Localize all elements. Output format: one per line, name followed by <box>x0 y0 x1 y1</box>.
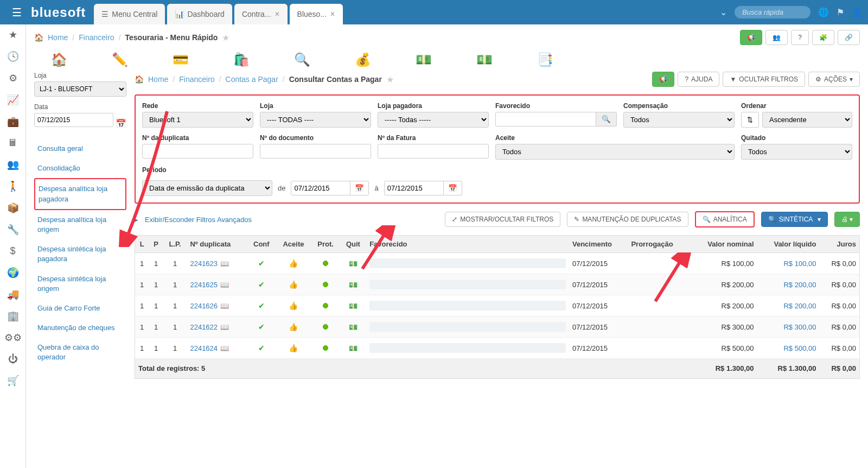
cogs-icon[interactable]: ⚙⚙ <box>4 332 22 344</box>
wrench-icon[interactable]: 🔧 <box>7 224 19 236</box>
tab-contra[interactable]: Contra... ✕ <box>234 4 288 24</box>
sidebar-link[interactable]: Guia de Carro Forte <box>34 299 126 318</box>
table-row[interactable]: 1112241625 📖✔👍💵07/12/2015R$ 200,00R$ 200… <box>135 274 859 295</box>
mostrar-ocultar-button[interactable]: ⤢ MOSTRAR/OCULTAR FILTROS <box>445 212 560 227</box>
periodo-select[interactable]: Data de emissão da duplicata <box>142 180 272 196</box>
data-input[interactable] <box>34 113 113 127</box>
duplicata-link[interactable]: 2241623 <box>190 260 218 268</box>
nfat-input[interactable] <box>378 144 489 159</box>
book-icon[interactable]: 📖 <box>220 281 229 289</box>
ord-select[interactable]: Ascendente <box>762 112 852 128</box>
bag-icon[interactable]: 🛍️ <box>233 53 250 66</box>
th-ndup[interactable]: Nº duplicata <box>187 236 247 253</box>
link-button[interactable]: 🔗 <box>838 30 860 45</box>
briefcase-icon[interactable]: 💼 <box>7 116 19 128</box>
sidebar-link[interactable]: Despesa sintética loja pagadora <box>34 239 126 269</box>
duplicata-link[interactable]: 2241625 <box>190 281 218 289</box>
cell-vliq[interactable]: R$ 300,00 <box>757 317 820 338</box>
favorite-icon[interactable]: ★ <box>222 33 229 43</box>
globe2-icon[interactable]: 🌍 <box>7 267 19 279</box>
analitica-button[interactable]: 🔍 ANALÍTICA <box>695 211 755 227</box>
sidebar-link[interactable]: Consulta geral <box>34 139 126 159</box>
globe-icon[interactable]: 🌐 <box>818 7 829 17</box>
cash2-icon[interactable]: 💵 <box>476 53 493 66</box>
bc-financeiro[interactable]: Financeiro <box>79 33 114 42</box>
book-icon[interactable]: 📖 <box>220 344 229 352</box>
date-from-input[interactable] <box>291 181 350 195</box>
plugin-button[interactable]: 🧩 <box>812 30 834 45</box>
duplicata-link[interactable]: 2241626 <box>190 302 218 310</box>
date-to-input[interactable] <box>384 181 444 195</box>
th-venc[interactable]: Vencimento <box>569 236 628 253</box>
boxes-icon[interactable]: 📦 <box>7 202 19 214</box>
table-row[interactable]: 1112241622 📖✔👍💵07/12/2015R$ 300,00R$ 300… <box>135 317 859 338</box>
calculator-icon[interactable]: 🖩 <box>8 137 18 149</box>
comp-select[interactable]: Todos <box>623 112 735 128</box>
sort-button[interactable]: ⇅ <box>741 112 759 128</box>
cart-icon[interactable]: 🛒 <box>7 375 19 387</box>
ajuda-button[interactable]: ? AJUDA <box>678 72 719 87</box>
quit-select[interactable]: Todos <box>741 144 852 160</box>
sidebar-link[interactable]: Despesa analítica loja origem <box>34 210 126 239</box>
cash-icon[interactable]: 💵 <box>415 53 432 66</box>
th-pror[interactable]: Prorrogação <box>628 236 690 253</box>
truck-icon[interactable]: 🚚 <box>7 288 19 300</box>
menu-toggle-icon[interactable]: ☰ <box>5 6 28 19</box>
table-row[interactable]: 1112241623 📖✔👍💵07/12/2015R$ 100,00R$ 100… <box>135 253 859 274</box>
quick-search-input[interactable] <box>735 6 810 18</box>
gear-icon[interactable]: ⚙ <box>9 72 17 84</box>
book-icon[interactable]: 📖 <box>220 323 229 331</box>
tab-dashboard[interactable]: 📊 Dashboard <box>167 4 232 24</box>
calendar-icon[interactable]: 📅 <box>350 181 369 195</box>
power-icon[interactable]: ⏻ <box>8 353 18 365</box>
users-icon[interactable]: 👥 <box>7 159 19 170</box>
help-top-button[interactable]: ? <box>791 30 809 45</box>
duplicata-link[interactable]: 2241624 <box>190 344 218 352</box>
book-icon[interactable]: 📖 <box>220 260 229 268</box>
th-fav[interactable]: Favorecido <box>366 236 569 253</box>
th-juros[interactable]: Juros <box>819 236 859 253</box>
line-chart-icon[interactable]: 📈 <box>7 94 19 106</box>
th-l[interactable]: L <box>135 236 149 253</box>
dollar-icon[interactable]: $ <box>10 245 15 257</box>
th-vliq[interactable]: Valor líquido <box>757 236 820 253</box>
close-icon[interactable]: ✕ <box>275 10 280 18</box>
th-conf[interactable]: Conf <box>247 236 276 253</box>
ocultar-filtros-button[interactable]: ▼ OCULTAR FILTROS <box>723 72 805 87</box>
th-prot[interactable]: Prot. <box>311 236 340 253</box>
manutencao-button[interactable]: ✎ MANUTENÇÃO DE DUPLICATAS <box>567 212 688 227</box>
table-row[interactable]: 1112241626 📖✔👍💵07/12/2015R$ 200,00R$ 200… <box>135 295 859 317</box>
advanced-filters-link[interactable]: Exibir/Esconder Filtros Avançados <box>145 216 252 224</box>
favorite-icon[interactable]: ★ <box>386 74 394 85</box>
building-icon[interactable]: 🏢 <box>7 310 19 322</box>
user-icon[interactable]: 👤 <box>852 7 863 17</box>
sidebar-link[interactable]: Consolidação <box>34 159 126 178</box>
bc2-fin[interactable]: Financeiro <box>179 75 214 84</box>
close-icon[interactable]: ✕ <box>330 10 335 18</box>
sintetica-button[interactable]: 🔍 SINTÉTICA ▾ <box>761 212 828 227</box>
clock-icon[interactable]: 🕓 <box>7 50 19 62</box>
bc2-home[interactable]: Home <box>148 75 168 84</box>
loja-select2[interactable]: ---- TODAS ---- <box>260 112 371 128</box>
sidebar-link[interactable]: Quebra de caixa do operador <box>34 338 126 367</box>
card-icon[interactable]: 💳 <box>172 53 189 66</box>
house-icon[interactable]: 🏠 <box>50 53 68 66</box>
flag-icon[interactable]: ⚑ <box>837 7 844 17</box>
calendar-icon[interactable]: 📅 <box>116 118 126 129</box>
chevron-down-icon[interactable]: ⌄ <box>720 7 727 17</box>
favorecido-search-button[interactable]: 🔍 <box>596 112 617 127</box>
acoes-button[interactable]: ⚙ AÇÕES ▾ <box>808 72 860 87</box>
announce-button[interactable]: 📢 <box>652 72 674 87</box>
calendar-icon[interactable]: 📅 <box>444 181 462 195</box>
th-quit[interactable]: Quit <box>340 236 367 253</box>
star-icon[interactable]: ★ <box>9 29 17 41</box>
th-aceite[interactable]: Aceite <box>276 236 311 253</box>
bc2-cap[interactable]: Contas a Pagar <box>226 75 278 84</box>
group-button[interactable]: 👥 <box>765 30 788 45</box>
aceite-select[interactable]: Todos <box>495 144 735 160</box>
pencil-icon[interactable]: ✏️ <box>111 53 129 66</box>
book-icon[interactable]: 📖 <box>220 302 229 310</box>
cell-vliq[interactable]: R$ 200,00 <box>757 295 820 317</box>
table-row[interactable]: 1112241624 📖✔👍💵07/12/2015R$ 500,00R$ 500… <box>135 338 859 359</box>
announce-button[interactable]: 📢 <box>740 30 762 45</box>
